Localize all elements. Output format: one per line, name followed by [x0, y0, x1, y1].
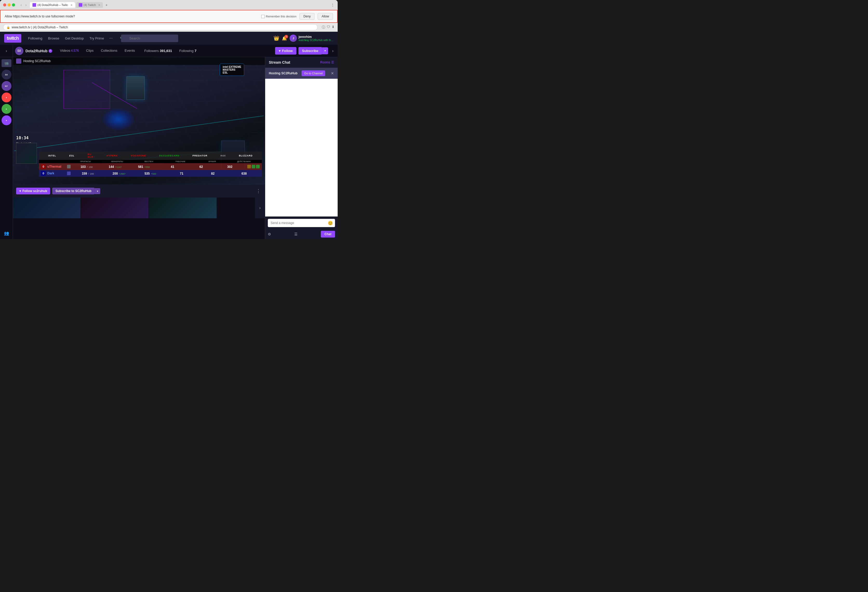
- left-sidebar: 📹 D2 NY ● ● ● 👥: [0, 57, 13, 239]
- chat-messages-area: [265, 79, 338, 216]
- sidebar-channel-1[interactable]: D2: [1, 70, 12, 80]
- emoji-button[interactable]: 😊: [328, 221, 333, 226]
- username: jennrhim: [298, 35, 334, 39]
- player1-icon3: [256, 165, 260, 169]
- nav-browse[interactable]: Browse: [46, 34, 62, 42]
- follow-sc2ruhub-button[interactable]: ♥ Follow sc2ruhub: [16, 188, 50, 194]
- player2-race-icon: [67, 172, 71, 175]
- hosting-close-button[interactable]: ✕: [331, 71, 334, 75]
- extension-icon[interactable]: 🛡: [327, 25, 330, 30]
- recommended-thumbnails: ›: [13, 197, 265, 218]
- chat-input-area: 😊: [265, 216, 338, 229]
- nav-try-prime[interactable]: Try Prime: [87, 34, 107, 42]
- sidebar-camera-icon[interactable]: 📹: [1, 59, 12, 67]
- sidebar-channel-2[interactable]: NY: [1, 81, 12, 91]
- reader-icon[interactable]: ⓘ: [322, 25, 325, 30]
- tab-menu-button[interactable]: ⋮: [331, 3, 335, 7]
- browse-channels-icon[interactable]: 👥: [1, 229, 12, 237]
- tab-clips[interactable]: Clips: [82, 45, 97, 57]
- rooms-icon: ☰: [331, 61, 334, 64]
- video-player[interactable]: intel ESL RUHUB HYPERX vodafone paysafec…: [13, 57, 265, 185]
- channel-actions: ♥ Follow Subscribe ▾ ›: [275, 47, 338, 55]
- heart-icon-2: ♥: [19, 189, 21, 193]
- avatar-initials: J: [289, 34, 297, 42]
- hosting-notice: Hosting SC2RuHub Go to Channel ✕: [265, 68, 338, 79]
- follow-button[interactable]: ♥ Follow: [275, 47, 296, 55]
- player1-workers: 41: [158, 164, 187, 169]
- fullscreen-window-button[interactable]: [12, 3, 15, 6]
- nav-get-desktop[interactable]: Get Desktop: [62, 34, 86, 42]
- address-bar[interactable]: 🔒 www.twitch.tv | (4) Dota2RuHub – Twitc…: [3, 24, 317, 30]
- allow-button[interactable]: Allow: [317, 13, 333, 20]
- ssl-lock-icon: 🔒: [6, 26, 10, 29]
- h4x-logo: H4X: [220, 154, 226, 157]
- remember-decision-text: Remember this decision: [266, 15, 296, 18]
- thumbnails-next-button[interactable]: ›: [255, 197, 265, 218]
- sidebar-channel-4[interactable]: ●: [1, 104, 12, 114]
- chat-message-input[interactable]: [268, 219, 335, 227]
- new-tab-button[interactable]: +: [104, 2, 109, 7]
- back-button[interactable]: ‹: [19, 2, 23, 7]
- nav-more-button[interactable]: ···: [107, 34, 115, 43]
- channel-name-text: Dota2RuHub: [25, 49, 47, 53]
- followers-label: Followers: [145, 49, 159, 53]
- notification-badge: 4: [284, 35, 288, 38]
- thumbnail-1[interactable]: [13, 197, 81, 218]
- subscribe-sc2-dropdown-button[interactable]: ▾: [94, 188, 100, 194]
- address-bar-icons: ⓘ 🛡 ⬇: [322, 25, 335, 30]
- nav-following[interactable]: Following: [25, 34, 45, 42]
- tab-collections[interactable]: Collections: [97, 45, 121, 57]
- channel-more-button[interactable]: ›: [330, 47, 335, 54]
- sidebar-channel-5[interactable]: ●: [1, 115, 12, 125]
- remember-decision-label[interactable]: Remember this decision: [261, 15, 296, 18]
- video-more-options-button[interactable]: ⋮: [255, 187, 262, 195]
- player2-army: 82: [197, 171, 228, 176]
- player1-gas: 581 +559: [130, 164, 158, 169]
- tab-events-label: Events: [125, 49, 135, 52]
- tab2-close-button[interactable]: ✕: [98, 4, 100, 6]
- subscribe-sc2ruhub-button[interactable]: Subscribe to SC2RuHub: [52, 188, 94, 194]
- browser-tabs: (4) Dota2RuHub – Twitc ✕ (4) Twitch ✕ +: [30, 2, 329, 8]
- close-window-button[interactable]: [3, 3, 6, 6]
- chat-user-list-icon[interactable]: ☰: [294, 232, 298, 236]
- intel-esl-badge: intel EXTREMEMASTERSESL: [220, 64, 244, 76]
- deny-button[interactable]: Deny: [300, 13, 314, 20]
- go-to-channel-button[interactable]: Go to Channel: [301, 70, 325, 76]
- tab-videos[interactable]: Videos 4,576: [56, 45, 83, 57]
- inactive-tab[interactable]: (4) Twitch ✕: [76, 2, 103, 8]
- user-status: watching SC2RuHub with th…: [298, 39, 334, 41]
- ruhub-logo: RUHUB: [87, 153, 93, 158]
- blizzard-logo: BLIZZARD: [239, 154, 253, 157]
- thumbnail-3[interactable]: [149, 197, 217, 218]
- remember-decision-checkbox[interactable]: [261, 15, 265, 18]
- user-menu-button[interactable]: J jennrhim watching SC2RuHub with th…: [289, 34, 334, 42]
- minimize-window-button[interactable]: [7, 3, 11, 6]
- chat-settings-icon[interactable]: ⚙: [268, 232, 271, 236]
- subscribe-dropdown-button[interactable]: ▾: [322, 47, 328, 54]
- search-input[interactable]: [121, 34, 178, 42]
- tab-close-button[interactable]: ✕: [70, 4, 72, 6]
- tab-events[interactable]: Events: [121, 45, 139, 57]
- download-icon[interactable]: ⬇: [332, 25, 335, 30]
- active-tab[interactable]: (4) Dota2RuHub – Twitc ✕: [30, 2, 75, 8]
- tab-videos-label: Videos: [60, 49, 70, 52]
- stat-label-army: АРМИЯ: [196, 160, 228, 163]
- player2-gas: 535 +940: [135, 171, 166, 176]
- forward-button[interactable]: ›: [24, 2, 28, 7]
- player2-supplies: 159 / 200: [72, 171, 103, 176]
- followers-stat: Followers 391,631: [141, 45, 176, 57]
- sidebar-channel-3[interactable]: ●: [1, 93, 12, 102]
- following-stat: Following 7: [176, 45, 200, 57]
- search-wrapper: [118, 34, 178, 42]
- prime-crown-icon[interactable]: 👑: [273, 36, 279, 41]
- sidebar-toggle-button[interactable]: ›: [0, 45, 13, 57]
- player2-row: 0 Dark 159 / 200: [39, 170, 262, 177]
- player2-name: Dark: [47, 172, 65, 175]
- thumbnail-2[interactable]: [81, 197, 149, 218]
- rooms-label: Rooms: [320, 61, 330, 64]
- twitch-logo[interactable]: twitch: [4, 34, 21, 43]
- subscribe-button[interactable]: Subscribe: [298, 47, 322, 55]
- rooms-button[interactable]: Rooms ☰: [320, 61, 334, 64]
- chat-header: Stream Chat Rooms ☰: [265, 57, 338, 68]
- chat-send-button[interactable]: Chat: [321, 231, 335, 238]
